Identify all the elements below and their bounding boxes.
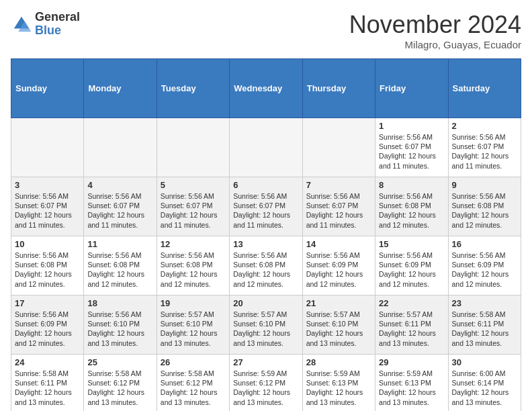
calendar-table: SundayMondayTuesdayWednesdayThursdayFrid…	[11, 58, 521, 411]
calendar-day-cell	[157, 118, 229, 177]
day-number: 29	[379, 357, 444, 367]
calendar-week-row: 17Sunrise: 5:56 AM Sunset: 6:09 PM Dayli…	[11, 295, 521, 355]
day-info: Sunrise: 5:56 AM Sunset: 6:10 PM Dayligh…	[87, 310, 152, 348]
calendar-day-cell	[11, 118, 84, 177]
day-number: 10	[15, 239, 80, 249]
day-info: Sunrise: 5:58 AM Sunset: 6:11 PM Dayligh…	[15, 369, 80, 407]
calendar-day-cell: 12Sunrise: 5:56 AM Sunset: 6:08 PM Dayli…	[157, 236, 229, 295]
day-number: 9	[452, 180, 517, 190]
calendar-day-cell: 8Sunrise: 5:56 AM Sunset: 6:08 PM Daylig…	[375, 177, 448, 236]
calendar-week-row: 3Sunrise: 5:56 AM Sunset: 6:07 PM Daylig…	[11, 177, 521, 236]
calendar-day-cell	[302, 118, 375, 177]
weekday-header: Thursday	[302, 59, 375, 118]
calendar-day-cell: 18Sunrise: 5:56 AM Sunset: 6:10 PM Dayli…	[84, 295, 157, 355]
day-number: 19	[161, 298, 226, 308]
day-number: 14	[306, 239, 371, 249]
day-number: 24	[15, 357, 80, 367]
day-number: 1	[379, 121, 444, 131]
day-number: 2	[452, 121, 517, 131]
calendar-day-cell: 22Sunrise: 5:57 AM Sunset: 6:11 PM Dayli…	[375, 295, 448, 355]
calendar-day-cell: 15Sunrise: 5:56 AM Sunset: 6:09 PM Dayli…	[375, 236, 448, 295]
day-number: 26	[161, 357, 226, 367]
day-info: Sunrise: 5:56 AM Sunset: 6:07 PM Dayligh…	[379, 132, 444, 171]
day-info: Sunrise: 5:56 AM Sunset: 6:08 PM Dayligh…	[87, 250, 152, 289]
calendar-day-cell: 2Sunrise: 5:56 AM Sunset: 6:07 PM Daylig…	[448, 118, 521, 177]
day-info: Sunrise: 5:56 AM Sunset: 6:07 PM Dayligh…	[161, 191, 226, 230]
calendar-day-cell: 14Sunrise: 5:56 AM Sunset: 6:09 PM Dayli…	[302, 236, 375, 295]
calendar-day-cell: 16Sunrise: 5:56 AM Sunset: 6:09 PM Dayli…	[448, 236, 521, 295]
day-info: Sunrise: 5:56 AM Sunset: 6:08 PM Dayligh…	[15, 250, 80, 289]
day-info: Sunrise: 5:56 AM Sunset: 6:08 PM Dayligh…	[379, 191, 444, 230]
day-info: Sunrise: 5:56 AM Sunset: 6:09 PM Dayligh…	[452, 250, 517, 289]
calendar-day-cell: 7Sunrise: 5:56 AM Sunset: 6:07 PM Daylig…	[302, 177, 375, 236]
calendar-day-cell: 26Sunrise: 5:58 AM Sunset: 6:12 PM Dayli…	[157, 355, 229, 412]
day-info: Sunrise: 5:57 AM Sunset: 6:10 PM Dayligh…	[306, 310, 371, 348]
logo-blue-text: Blue	[35, 24, 80, 38]
weekday-header: Wednesday	[230, 59, 302, 118]
day-info: Sunrise: 5:58 AM Sunset: 6:12 PM Dayligh…	[161, 369, 226, 407]
day-number: 16	[452, 239, 517, 249]
day-info: Sunrise: 5:56 AM Sunset: 6:08 PM Dayligh…	[452, 191, 517, 230]
title-block: November 2024 Milagro, Guayas, Ecuador	[349, 11, 521, 50]
day-number: 11	[87, 239, 152, 249]
day-number: 3	[15, 180, 80, 190]
calendar-week-row: 10Sunrise: 5:56 AM Sunset: 6:08 PM Dayli…	[11, 236, 521, 295]
calendar-day-cell: 10Sunrise: 5:56 AM Sunset: 6:08 PM Dayli…	[11, 236, 84, 295]
day-info: Sunrise: 5:56 AM Sunset: 6:07 PM Dayligh…	[306, 191, 371, 230]
calendar-day-cell: 19Sunrise: 5:57 AM Sunset: 6:10 PM Dayli…	[157, 295, 229, 355]
day-info: Sunrise: 5:56 AM Sunset: 6:08 PM Dayligh…	[161, 250, 226, 289]
day-number: 25	[87, 357, 152, 367]
day-number: 5	[161, 180, 226, 190]
location-text: Milagro, Guayas, Ecuador	[349, 39, 521, 50]
day-info: Sunrise: 5:59 AM Sunset: 6:13 PM Dayligh…	[379, 369, 444, 407]
day-info: Sunrise: 5:56 AM Sunset: 6:07 PM Dayligh…	[15, 191, 80, 230]
calendar-day-cell: 4Sunrise: 5:56 AM Sunset: 6:07 PM Daylig…	[84, 177, 157, 236]
day-number: 15	[379, 239, 444, 249]
calendar-week-row: 1Sunrise: 5:56 AM Sunset: 6:07 PM Daylig…	[11, 118, 521, 177]
day-info: Sunrise: 5:56 AM Sunset: 6:07 PM Dayligh…	[452, 132, 517, 171]
weekday-header: Monday	[84, 59, 157, 118]
weekday-header: Tuesday	[157, 59, 229, 118]
day-info: Sunrise: 5:58 AM Sunset: 6:12 PM Dayligh…	[87, 369, 152, 407]
day-number: 4	[87, 180, 152, 190]
calendar-day-cell: 9Sunrise: 5:56 AM Sunset: 6:08 PM Daylig…	[448, 177, 521, 236]
calendar-day-cell	[84, 118, 157, 177]
page-header: General Blue November 2024 Milagro, Guay…	[11, 11, 521, 50]
day-info: Sunrise: 5:57 AM Sunset: 6:10 PM Dayligh…	[233, 310, 298, 348]
day-info: Sunrise: 5:57 AM Sunset: 6:10 PM Dayligh…	[161, 310, 226, 348]
calendar-day-cell: 3Sunrise: 5:56 AM Sunset: 6:07 PM Daylig…	[11, 177, 84, 236]
day-number: 7	[306, 180, 371, 190]
logo-text: General Blue	[35, 11, 80, 38]
calendar-day-cell: 13Sunrise: 5:56 AM Sunset: 6:08 PM Dayli…	[230, 236, 302, 295]
month-title: November 2024	[349, 11, 521, 39]
calendar-day-cell: 21Sunrise: 5:57 AM Sunset: 6:10 PM Dayli…	[302, 295, 375, 355]
logo-icon	[11, 13, 32, 35]
logo-general-text: General	[35, 11, 80, 24]
day-info: Sunrise: 5:56 AM Sunset: 6:08 PM Dayligh…	[233, 250, 298, 289]
calendar-day-cell: 27Sunrise: 5:59 AM Sunset: 6:12 PM Dayli…	[230, 355, 302, 412]
calendar-day-cell: 28Sunrise: 5:59 AM Sunset: 6:13 PM Dayli…	[302, 355, 375, 412]
day-info: Sunrise: 5:59 AM Sunset: 6:12 PM Dayligh…	[233, 369, 298, 407]
day-number: 23	[452, 298, 517, 308]
calendar-day-cell: 5Sunrise: 5:56 AM Sunset: 6:07 PM Daylig…	[157, 177, 229, 236]
day-info: Sunrise: 5:56 AM Sunset: 6:09 PM Dayligh…	[379, 250, 444, 289]
day-number: 8	[379, 180, 444, 190]
day-number: 13	[233, 239, 298, 249]
day-number: 28	[306, 357, 371, 367]
calendar-day-cell: 23Sunrise: 5:58 AM Sunset: 6:11 PM Dayli…	[448, 295, 521, 355]
calendar-day-cell	[230, 118, 302, 177]
day-number: 22	[379, 298, 444, 308]
day-info: Sunrise: 6:00 AM Sunset: 6:14 PM Dayligh…	[452, 369, 517, 407]
day-number: 6	[233, 180, 298, 190]
day-number: 12	[161, 239, 226, 249]
weekday-header: Saturday	[448, 59, 521, 118]
calendar-day-cell: 20Sunrise: 5:57 AM Sunset: 6:10 PM Dayli…	[230, 295, 302, 355]
weekday-header: Sunday	[11, 59, 84, 118]
day-info: Sunrise: 5:58 AM Sunset: 6:11 PM Dayligh…	[452, 310, 517, 348]
day-info: Sunrise: 5:57 AM Sunset: 6:11 PM Dayligh…	[379, 310, 444, 348]
calendar-week-row: 24Sunrise: 5:58 AM Sunset: 6:11 PM Dayli…	[11, 355, 521, 412]
calendar-day-cell: 17Sunrise: 5:56 AM Sunset: 6:09 PM Dayli…	[11, 295, 84, 355]
calendar-day-cell: 29Sunrise: 5:59 AM Sunset: 6:13 PM Dayli…	[375, 355, 448, 412]
logo: General Blue	[11, 11, 80, 38]
weekday-header: Friday	[375, 59, 448, 118]
